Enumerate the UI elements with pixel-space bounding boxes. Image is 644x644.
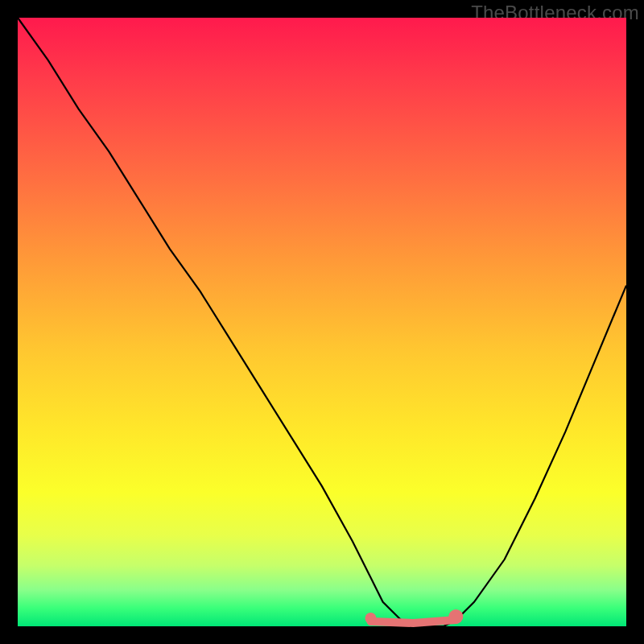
curve-svg	[18, 18, 626, 626]
bottleneck-curve	[18, 18, 626, 626]
chart-frame: TheBottleneck.com	[0, 0, 644, 644]
optimal-region-line	[370, 620, 456, 623]
optimal-region-end-dot	[448, 609, 463, 624]
plot-area	[18, 18, 626, 626]
optimal-region-start-dot	[365, 613, 376, 624]
